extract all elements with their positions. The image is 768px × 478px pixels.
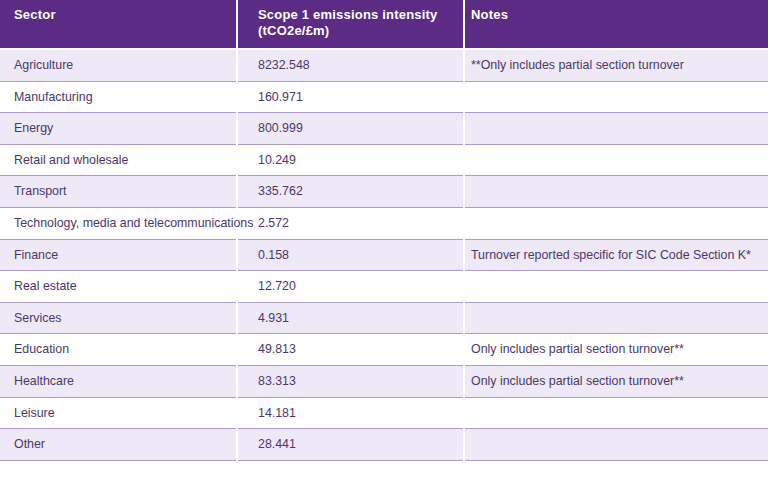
table-body: Agriculture8232.548**Only includes parti…	[0, 50, 768, 461]
header-row: Sector Scope 1 emissions intensity (tCO2…	[0, 0, 768, 50]
sector-cell: Retail and wholesale	[0, 145, 236, 177]
note-cell	[465, 82, 768, 114]
sector-cell: Transport	[0, 176, 236, 208]
sector-cell: Finance	[0, 240, 236, 272]
sector-cell: Services	[0, 303, 236, 335]
intensity-cell: 14.181	[238, 398, 463, 430]
column-header-notes: Notes	[465, 0, 768, 50]
note-cell: Only includes partial section turnover**	[465, 334, 768, 366]
table-row: Transport335.762	[0, 176, 768, 208]
table-row: Technology, media and telecommunications…	[0, 208, 768, 240]
table-row: Services4.931	[0, 303, 768, 335]
table-row: Real estate12.720	[0, 271, 768, 303]
table-row: Education49.813Only includes partial sec…	[0, 334, 768, 366]
table-row: Leisure14.181	[0, 398, 768, 430]
sector-cell: Other	[0, 429, 236, 461]
note-cell: Only includes partial section turnover**	[465, 366, 768, 398]
table-row: Energy800.999	[0, 113, 768, 145]
intensity-cell: 83.313	[238, 366, 463, 398]
intensity-cell: 335.762	[238, 176, 463, 208]
note-cell	[465, 271, 768, 303]
note-cell: Turnover reported specific for SIC Code …	[465, 240, 768, 272]
column-header-intensity: Scope 1 emissions intensity (tCO2e/£m)	[238, 0, 463, 50]
intensity-cell: 0.158	[238, 240, 463, 272]
intensity-cell: 10.249	[238, 145, 463, 177]
sector-cell: Education	[0, 334, 236, 366]
note-cell	[465, 429, 768, 461]
note-cell	[465, 398, 768, 430]
sector-cell: Manufacturing	[0, 82, 236, 114]
note-cell	[465, 176, 768, 208]
intensity-cell: 28.441	[238, 429, 463, 461]
sector-cell: Leisure	[0, 398, 236, 430]
column-header-sector: Sector	[0, 0, 236, 50]
report-page: Sector Scope 1 emissions intensity (tCO2…	[0, 0, 768, 478]
table-row: Healthcare83.313Only includes partial se…	[0, 366, 768, 398]
column-header-intensity-label: Scope 1 emissions intensity	[258, 7, 438, 22]
sector-cell: Energy	[0, 113, 236, 145]
intensity-cell: 49.813	[238, 334, 463, 366]
intensity-cell: 2.572	[238, 208, 463, 240]
sector-cell: Healthcare	[0, 366, 236, 398]
table-row: Other28.441	[0, 429, 768, 461]
note-cell	[465, 113, 768, 145]
table-row: Retail and wholesale10.249	[0, 145, 768, 177]
table-header: Sector Scope 1 emissions intensity (tCO2…	[0, 0, 768, 50]
table-row: Finance0.158Turnover reported specific f…	[0, 240, 768, 272]
intensity-cell: 4.931	[238, 303, 463, 335]
scope1-emissions-table: Sector Scope 1 emissions intensity (tCO2…	[0, 0, 768, 461]
note-cell	[465, 208, 768, 240]
table-row: Agriculture8232.548**Only includes parti…	[0, 50, 768, 82]
sector-cell: Real estate	[0, 271, 236, 303]
sector-cell: Technology, media and telecommunications	[0, 208, 236, 240]
note-cell	[465, 303, 768, 335]
intensity-cell: 160.971	[238, 82, 463, 114]
sector-cell: Agriculture	[0, 50, 236, 82]
note-cell: **Only includes partial section turnover	[465, 50, 768, 82]
intensity-cell: 800.999	[238, 113, 463, 145]
intensity-cell: 12.720	[238, 271, 463, 303]
intensity-cell: 8232.548	[238, 50, 463, 82]
table-row: Manufacturing160.971	[0, 82, 768, 114]
note-cell	[465, 145, 768, 177]
column-header-intensity-unit: (tCO2e/£m)	[258, 23, 462, 39]
